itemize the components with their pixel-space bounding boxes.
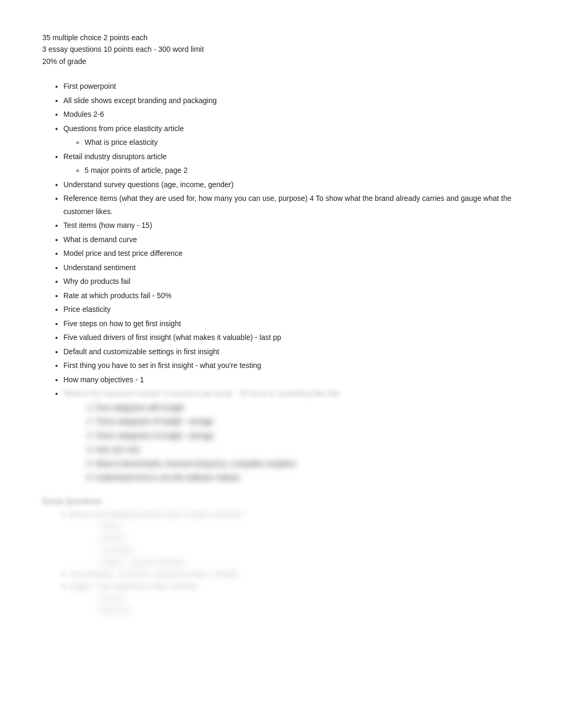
list-item: First powerpoint: [63, 80, 519, 93]
list-item: All slide shows except branding and pack…: [63, 94, 519, 107]
essay-section: Essay Questions What is price elasticity…: [42, 497, 519, 617]
blurred-sub-list: Five categories with insight Three categ…: [63, 401, 519, 484]
sub-list: What is price elasticity: [63, 136, 519, 149]
list-item: Questions from price elasticity article …: [63, 122, 519, 149]
list-item: Why do products fail: [63, 275, 519, 288]
list-item: First thing you have to set in first ins…: [63, 359, 519, 372]
essay-sub-1: Elastic Inelastic Unit elastic Unitary -…: [69, 520, 519, 568]
list-item: Five steps on how to get first insight: [63, 317, 519, 330]
sub-list-item: What is price elasticity: [85, 136, 519, 149]
header-line2: 3 essay questions 10 points each - 300 w…: [42, 43, 519, 55]
essay-item-2: Price elasticity - more than 1 elastic l…: [69, 568, 519, 580]
list-item: Test items (how many - 15): [63, 219, 519, 232]
list-item: Modules 2-6: [63, 108, 519, 121]
list-item: Understand survey questions (age, income…: [63, 178, 519, 191]
essay-list: What is price elasticity and how does it…: [42, 509, 519, 617]
header-section: 35 multiple choice 2 points each 3 essay…: [42, 32, 519, 67]
list-item: Price elasticity: [63, 303, 519, 316]
header-line3: 20% of grade: [42, 56, 519, 67]
sub-list-item: 5 major points of article, page 2: [85, 164, 519, 177]
header-line1: 35 multiple choice 2 points each: [42, 32, 519, 43]
list-item: Model price and test price difference: [63, 247, 519, 260]
list-item: Reference items (what they are used for,…: [63, 192, 519, 218]
list-item: Default and customizable settings in fir…: [63, 345, 519, 358]
essay-item-3: Supply + how substitutions affect elasti…: [69, 580, 519, 616]
essay-sub-3: Be long Other info: [69, 593, 519, 617]
list-item-blurred: What is the maximum number of products p…: [63, 387, 519, 484]
list-item: How many objectives - 1: [63, 373, 519, 386]
sub-list: 5 major points of article, page 2: [63, 164, 519, 177]
list-item: Understand sentiment: [63, 261, 519, 274]
list-item: What is demand curve: [63, 233, 519, 246]
list-item: Rate at which products fail - 50%: [63, 289, 519, 302]
essay-item-1: What is price elasticity and how does it…: [69, 509, 519, 569]
list-item: Five valued drivers of first insight (wh…: [63, 331, 519, 344]
main-bullet-list: First powerpoint All slide shows except …: [42, 80, 519, 484]
essay-header: Essay Questions: [42, 497, 519, 505]
list-item: Retail industry disruptors article 5 maj…: [63, 150, 519, 177]
